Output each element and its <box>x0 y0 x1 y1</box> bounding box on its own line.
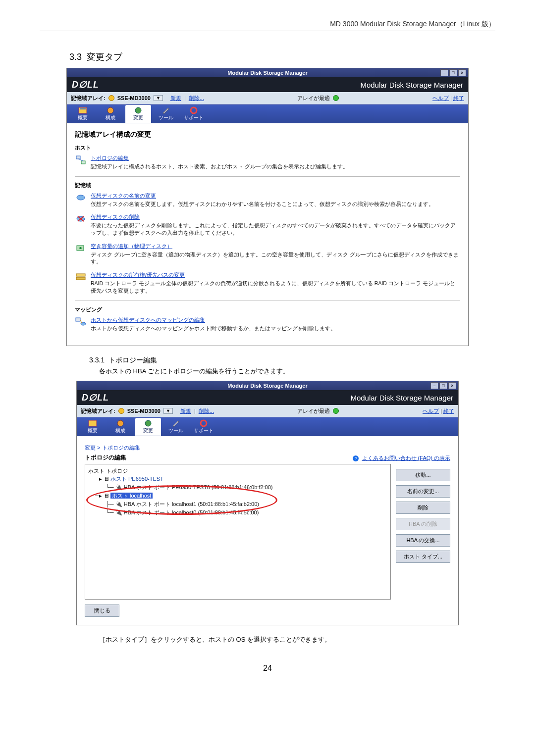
entry-mapping-edit: ホストから仮想ディスクへのマッピングの編集 ホストから仮想ディスクへのマッピング… <box>75 316 460 332</box>
main-tabbar: 概要 構成 変更 ツール サポート <box>67 104 468 123</box>
status-ok-icon <box>333 95 339 101</box>
status-ok-icon <box>333 408 339 414</box>
tab-label: 構成 <box>106 114 115 121</box>
page-number: 24 <box>40 664 495 673</box>
tab-config[interactable]: 構成 <box>107 418 133 436</box>
help-link[interactable]: ヘルプ <box>423 408 439 414</box>
faq-icon: ? <box>353 455 359 461</box>
page-header: MD 3000 Modular Disk Storage Manager（Lin… <box>40 20 495 31</box>
maximize-icon[interactable]: □ <box>439 382 447 389</box>
svg-rect-16 <box>76 277 85 280</box>
entry-vdisk-ownership: 仮想ディスクの所有権/優先パスの変更 RAID コントローラ モジュール全体の仮… <box>75 271 460 294</box>
change-pane: 記憶域アレイ構成の変更 ホスト トポロジの編集 記憶域アレイに構成されるホスト、… <box>67 123 468 346</box>
topology-title: トポロジの編集 <box>85 454 126 462</box>
subsection-title: 3.3.1 トポロジー編集 <box>89 356 495 365</box>
tree-hba-2b[interactable]: └─ 🔌 HBA ホスト ポート localhost0 (50:01:88:b1… <box>106 508 387 517</box>
subsection-number: 3.3.1 <box>89 356 105 364</box>
topology-tree[interactable]: ホスト トポロジ ─▸ 🖥 ホスト PE6950-TEST └─ 🔌 HBA ホ… <box>85 464 391 600</box>
brand-row: D∅LL Modular Disk Storage Manager <box>77 390 458 405</box>
new-array-link[interactable]: 新規 <box>180 407 191 415</box>
faq-row: ? よくあるお問い合わせ (FAQ) の表示 <box>353 454 450 462</box>
array-label: 記憶域アレイ: <box>81 407 115 415</box>
tree-hba-2a[interactable]: ├─ 🔌 HBA ホスト ポート localhost1 (50:01:88:b1… <box>106 500 387 508</box>
tab-tools[interactable]: ツール <box>163 418 189 436</box>
hba-swap-button[interactable]: HBA の交換... <box>396 534 450 547</box>
close-icon[interactable]: × <box>458 69 466 76</box>
array-status-icon <box>118 408 124 414</box>
rename-button[interactable]: 名前の変更... <box>396 485 450 498</box>
topology-pane: 変更 > トポロジの編集 トポロジの編集 ? よくあるお問い合わせ (FAQ) … <box>77 436 458 625</box>
host-type-button[interactable]: ホスト タイプ... <box>396 551 450 563</box>
subsection-name: トポロジー編集 <box>108 356 157 364</box>
array-dropdown-icon[interactable]: ▼ <box>154 95 163 101</box>
close-button[interactable]: 閉じる <box>85 605 119 617</box>
remove-array-link[interactable]: 削除... <box>199 407 214 415</box>
change-icon <box>134 106 143 114</box>
vdisk-delete-link[interactable]: 仮想ディスクの削除 <box>91 214 140 220</box>
tab-label: 概要 <box>78 114 88 121</box>
entry-topology-edit: トポロジの編集 記憶域アレイに構成されるホスト、ホスト要素、およびホスト グルー… <box>75 154 460 170</box>
maximize-icon[interactable]: □ <box>449 69 457 76</box>
svg-point-21 <box>117 420 123 426</box>
exit-link[interactable]: 終了 <box>443 408 454 414</box>
dell-logo: D∅LL <box>72 79 99 90</box>
help-link[interactable]: ヘルプ <box>432 95 449 101</box>
svg-point-4 <box>191 107 197 113</box>
tree-host-1[interactable]: ─▸ 🖥 ホスト PE6950-TEST <box>95 475 387 483</box>
vdisk-rename-desc: 仮想ディスクの名前を変更します。仮想ディスクにわかりやすい名前を付けることによっ… <box>91 201 460 208</box>
array-name-select[interactable]: SSE-MD3000 <box>117 95 151 101</box>
tree-host-2[interactable]: ─▸ 🖥 ホスト localhost <box>95 492 387 500</box>
tab-label: サポート <box>194 427 214 434</box>
minimize-icon[interactable]: – <box>430 382 438 389</box>
svg-rect-20 <box>89 420 97 426</box>
topology-edit-link[interactable]: トポロジの編集 <box>91 155 129 161</box>
tab-change[interactable]: 変更 <box>135 418 161 436</box>
move-button[interactable]: 移動... <box>396 469 450 481</box>
svg-rect-5 <box>76 156 80 159</box>
section-number: 3.3 <box>69 52 82 62</box>
vdisk-ownership-link[interactable]: 仮想ディスクの所有権/優先パスの変更 <box>91 272 185 278</box>
exit-link[interactable]: 終了 <box>453 95 464 101</box>
svg-rect-1 <box>80 108 86 109</box>
tab-overview[interactable]: 概要 <box>70 105 96 123</box>
remove-array-link[interactable]: 削除... <box>189 95 204 102</box>
delete-icon <box>75 213 87 236</box>
mapping-edit-link[interactable]: ホストから仮想ディスクへのマッピングの編集 <box>91 317 205 323</box>
tab-change[interactable]: 変更 <box>125 105 151 123</box>
vdisk-rename-link[interactable]: 仮想ディスクの名前の変更 <box>91 193 156 199</box>
vdisk-delete-desc: 不要になった仮想ディスクを削除します。これによって、指定した仮想ディスクのすべて… <box>91 222 460 236</box>
topology-buttons: 移動... 名前の変更... 削除 HBA の削除 HBA の交換... ホスト… <box>396 464 450 600</box>
array-status-text: アレイが最適 <box>297 407 330 415</box>
section-name: 変更タブ <box>87 52 122 62</box>
array-name-select[interactable]: SSE-MD3000 <box>127 408 160 414</box>
svg-rect-14 <box>79 248 82 249</box>
brand-row: D∅LL Modular Disk Storage Manager <box>67 77 468 92</box>
window-controls: – □ × <box>430 382 456 389</box>
pane-title: 記憶域アレイ構成の変更 <box>75 130 460 139</box>
svg-point-8 <box>77 195 85 200</box>
ownership-icon <box>75 271 87 294</box>
support-icon <box>189 106 198 114</box>
hba-remove-button[interactable]: HBA の削除 <box>396 518 450 530</box>
mapping-icon <box>75 316 87 332</box>
tree-hba-1[interactable]: └─ 🔌 HBA ホスト ポート PE6950-TEST0 (50:01:88:… <box>106 483 387 492</box>
mapping-edit-desc: ホストから仮想ディスクへのマッピングをホスト間で移動するか、またはマッピングを削… <box>91 325 460 332</box>
faq-link[interactable]: よくあるお問い合わせ (FAQ) の表示 <box>362 455 450 461</box>
tab-support[interactable]: サポート <box>181 105 207 123</box>
close-icon[interactable]: × <box>448 382 456 389</box>
new-array-link[interactable]: 新規 <box>170 95 181 102</box>
tab-support[interactable]: サポート <box>191 418 216 436</box>
tools-icon <box>161 106 170 114</box>
array-dropdown-icon[interactable]: ▼ <box>163 408 173 414</box>
tree-root[interactable]: ホスト トポロジ <box>88 467 387 475</box>
tab-label: ツール <box>159 114 173 121</box>
screenshot-change-tab: Modular Disk Storage Manager – □ × D∅LL … <box>66 68 469 346</box>
add-capacity-link[interactable]: 空き容量の追加（物理ディスク） <box>91 243 172 249</box>
svg-point-22 <box>145 420 151 426</box>
tab-config[interactable]: 構成 <box>98 105 123 123</box>
tab-tools[interactable]: ツール <box>153 105 179 123</box>
tab-overview[interactable]: 概要 <box>80 418 106 436</box>
remove-button[interactable]: 削除 <box>396 502 450 514</box>
minimize-icon[interactable]: – <box>440 69 448 76</box>
config-icon <box>106 106 115 114</box>
